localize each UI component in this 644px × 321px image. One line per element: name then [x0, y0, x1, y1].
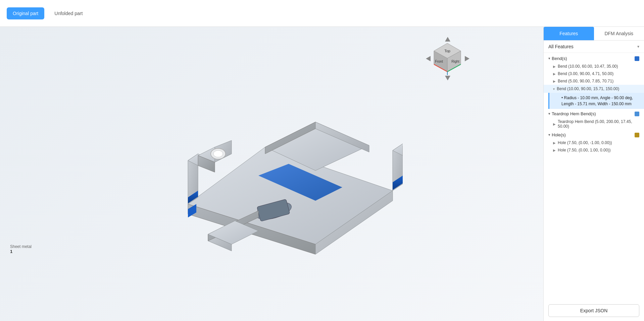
svg-text:Top: Top [444, 49, 450, 53]
expand-hole2-icon: ▶ [553, 148, 556, 152]
bend-item-3-label: Bend (5.00, 90.00, 7.85, 70.71) [558, 79, 613, 83]
nav-right-arrow[interactable] [465, 56, 469, 61]
export-json-button[interactable]: Export JSON [548, 304, 639, 317]
viewport[interactable]: Top Front Right Sheet metal 1 [0, 27, 543, 321]
main-area: Top Front Right Sheet metal 1 [0, 27, 644, 321]
bends-section-header[interactable]: ▾ Bend(s) [544, 54, 644, 63]
top-bar: Original part Unfolded part [0, 0, 644, 27]
bend-item-4-label: Bend (10.00, 90.00, 15.71, 150.00) [557, 86, 619, 91]
original-part-button[interactable]: Original part [7, 7, 44, 19]
sheet-metal-label: Sheet metal [10, 244, 32, 249]
collapse-holes-icon: ▾ [548, 133, 550, 137]
all-features-label: All Features [548, 44, 574, 49]
bend-item-2[interactable]: ▶ Bend (3.00, 90.00, 4.71, 50.00) [544, 70, 644, 77]
collapse-bends-icon: ▾ [548, 56, 550, 61]
teardrop-section: ▾ Teardrop Hem Bend(s) ▶ Teardrop Hem Be… [544, 110, 644, 130]
expand-bend2-icon: ▶ [553, 72, 556, 76]
holes-section-header[interactable]: ▾ Hole(s) [544, 131, 644, 139]
hole-item-2-label: Hole (7.50, (0.00, 1.00, 0.00)) [558, 148, 610, 152]
teardrop-section-header[interactable]: ▾ Teardrop Hem Bend(s) [544, 110, 644, 118]
panel-tabs: Features DFM Analysis [544, 27, 644, 41]
bends-color-swatch [635, 56, 639, 61]
teardrop-color-swatch [635, 112, 639, 116]
teardrop-label: Teardrop Hem Bend(s) [552, 111, 596, 116]
nav-cube: Top Front Right [426, 37, 469, 80]
teardrop-item-1-label: Teardrop Hem Bend (5.00, 200.00, 17.45, … [558, 119, 639, 129]
holes-section: ▾ Hole(s) ▶ Hole (7.50, (0.00, -1.00, 0.… [544, 131, 644, 154]
holes-label: Hole(s) [552, 132, 566, 137]
bends-label: Bend(s) [552, 56, 567, 61]
bend-item-1-label: Bend (10.00, 60.00, 10.47, 35.00) [558, 64, 618, 69]
expand-bend1-icon: ▶ [553, 65, 556, 68]
collapse-teardrop-icon: ▾ [548, 112, 550, 116]
expand-hole1-icon: ▶ [553, 141, 556, 145]
expand-teardrop1-icon: ▶ [553, 122, 556, 126]
svg-point-19 [213, 150, 223, 157]
holes-color-swatch [635, 133, 639, 137]
nav-left-arrow[interactable] [426, 56, 431, 61]
teardrop-item-1[interactable]: ▶ Teardrop Hem Bend (5.00, 200.00, 17.45… [544, 118, 644, 130]
dfm-tab[interactable]: DFM Analysis [594, 27, 644, 40]
unfolded-part-button[interactable]: Unfolded part [48, 7, 89, 19]
svg-text:Right: Right [451, 60, 459, 63]
hole-item-2[interactable]: ▶ Hole (7.50, (0.00, 1.00, 0.00)) [544, 146, 644, 154]
bend-detail: Length 15.71 Width 150.00 • Radius - 10.… [548, 93, 644, 109]
hole-item-1[interactable]: ▶ Hole (7.50, (0.00, -1.00, 0.00)) [544, 139, 644, 146]
right-panel: Features DFM Analysis All Features ▾ ▾ B… [543, 27, 644, 321]
svg-text:Front: Front [435, 60, 443, 63]
features-tab[interactable]: Features [544, 27, 594, 40]
nav-up-arrow[interactable] [445, 37, 450, 42]
sheet-metal-value: 1 [10, 249, 32, 254]
features-header[interactable]: All Features ▾ [544, 41, 644, 53]
expand-bend3-icon: ▶ [553, 79, 556, 83]
bend-item-3[interactable]: ▶ Bend (5.00, 90.00, 7.85, 70.71) [544, 77, 644, 85]
bend-item-1[interactable]: ▶ Bend (10.00, 60.00, 10.47, 35.00) [544, 63, 644, 70]
bends-section: ▾ Bend(s) ▶ Bend (10.00, 60.00, 10.47, 3… [544, 54, 644, 109]
feature-list: ▾ Bend(s) ▶ Bend (10.00, 60.00, 10.47, 3… [544, 53, 644, 300]
hole-item-1-label: Hole (7.50, (0.00, -1.00, 0.00)) [558, 140, 612, 145]
bend-item-2-label: Bend (3.00, 90.00, 4.71, 50.00) [558, 71, 613, 76]
sheet-metal-info: Sheet metal 1 [10, 244, 32, 254]
expand-bend4-icon: ▾ [553, 87, 555, 91]
orientation-cube[interactable]: Top Front Right [431, 42, 464, 75]
3d-part-view [141, 50, 403, 278]
bend-item-4[interactable]: ▾ Bend (10.00, 90.00, 15.71, 150.00) [544, 85, 644, 93]
nav-cube-container: Top Front Right [426, 37, 469, 80]
chevron-down-icon: ▾ [637, 44, 639, 49]
nav-down-arrow[interactable] [445, 76, 450, 80]
